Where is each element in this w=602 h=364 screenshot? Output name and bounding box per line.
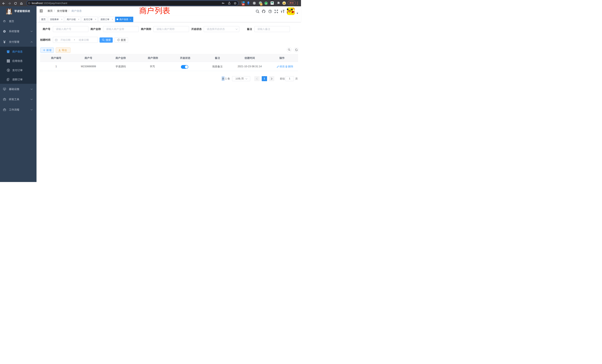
svg-text:y: y: [265, 2, 267, 4]
